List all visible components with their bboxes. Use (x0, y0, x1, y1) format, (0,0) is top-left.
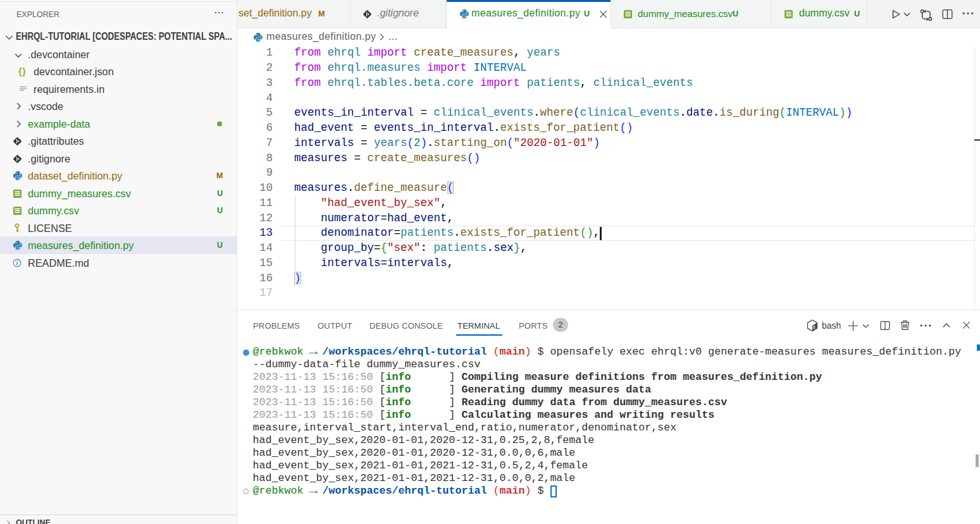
svg-text:$_: $_ (813, 325, 818, 330)
